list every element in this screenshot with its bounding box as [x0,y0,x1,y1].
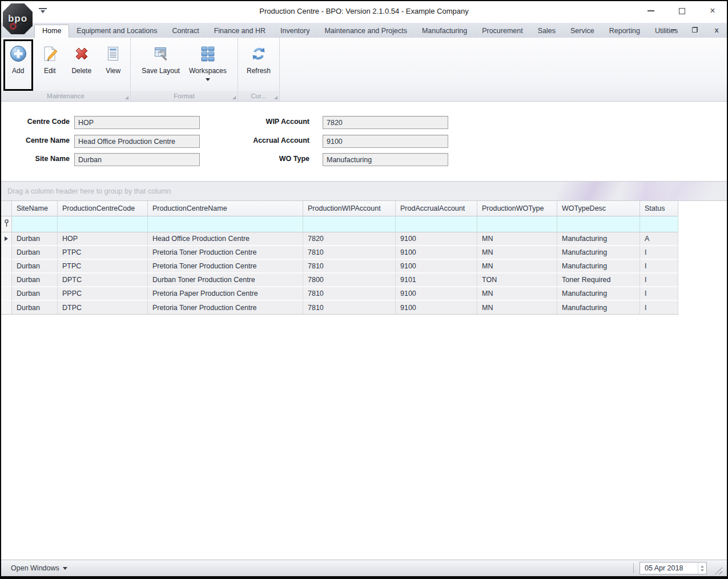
tab-maintenance-and-projects[interactable]: Maintenance and Projects [317,25,415,38]
grid-cell[interactable]: 7820 [303,232,396,246]
grid-cell[interactable]: 9101 [396,274,477,287]
grid-cell[interactable]: 9100 [396,301,477,315]
refresh-button[interactable]: Refresh [243,40,274,89]
view-button[interactable]: View [99,40,128,89]
column-header-productionwotype[interactable]: ProductionWOType [477,201,557,216]
filter-cell[interactable] [58,216,148,232]
column-header-wotypedesc[interactable]: WOTypeDesc [557,201,640,216]
grid-cell[interactable]: HOP [58,232,148,246]
table-row[interactable]: Durban HOP Head Office Production Centre… [1,232,727,246]
tab-procurement[interactable]: Procurement [474,25,530,38]
site-name-field[interactable]: Durban [74,153,200,166]
accrual-account-field[interactable]: 9100 [323,135,448,148]
minimize-icon[interactable] [643,5,658,17]
filter-cell[interactable] [303,216,396,232]
grid-cell[interactable]: 7800 [303,274,396,287]
maximize-icon[interactable] [674,5,689,17]
grid-cell[interactable]: Manufacturing [557,246,640,260]
column-header-sitename[interactable]: SiteName [12,201,58,216]
table-row[interactable]: Durban PPPC Pretoria Paper Production Ce… [1,287,727,301]
grid-cell[interactable]: Durban [12,274,58,287]
grid-cell[interactable]: DTPC [58,301,148,315]
grid-cell[interactable]: Pretoria Toner Production Centre [148,260,303,274]
grid-cell[interactable]: I [640,301,678,315]
grid-cell[interactable]: 7810 [303,246,396,260]
resize-grip[interactable] [715,567,722,574]
grid-cell[interactable]: PPPC [58,287,148,301]
grid-cell[interactable]: 7810 [303,301,396,315]
tab-service[interactable]: Service [563,25,602,38]
grid-cell[interactable]: PTPC [58,260,148,274]
workspaces-button[interactable]: Workspaces [186,40,230,89]
tab-contract[interactable]: Contract [164,25,206,38]
spinner-down-icon[interactable] [701,569,704,572]
grid-cell[interactable]: Pretoria Toner Production Centre [148,301,303,315]
column-header-productioncentrecode[interactable]: ProductionCentreCode [58,201,148,216]
filter-cell[interactable] [477,216,557,232]
grid-cell[interactable]: 9100 [396,246,477,260]
dialog-launcher-icon[interactable] [125,96,128,99]
date-picker[interactable]: 05 Apr 2018 [639,562,707,574]
grid-cell[interactable]: DPTC [58,274,148,287]
tab-finance-and-hr[interactable]: Finance and HR [207,25,273,38]
spinner-up-icon[interactable] [701,565,704,568]
add-button[interactable]: Add [3,39,33,91]
grid-cell[interactable]: 9100 [396,287,477,301]
dialog-launcher-icon[interactable] [274,96,277,99]
grid-cell[interactable]: I [640,287,678,301]
column-header-productioncentrename[interactable]: ProductionCentreName [148,201,303,216]
table-row[interactable]: Durban DTPC Pretoria Toner Production Ce… [1,301,727,315]
grid-cell[interactable]: 9100 [396,260,477,274]
grid-cell[interactable]: MN [477,260,557,274]
filter-cell[interactable] [557,216,640,232]
app-logo-icon[interactable]: bpo [3,3,33,35]
grid-cell[interactable]: Durban [12,246,58,260]
close-icon[interactable]: × [705,5,720,17]
grid-cell[interactable]: MN [477,287,557,301]
table-row[interactable]: Durban PTPC Pretoria Toner Production Ce… [1,246,727,260]
grid-cell[interactable]: TON [477,274,557,287]
dialog-launcher-icon[interactable] [232,96,236,99]
grid-cell[interactable]: PTPC [58,246,148,260]
grid-cell[interactable]: Manufacturing [557,260,640,274]
column-header-prodaccrualaccount[interactable]: ProdAccrualAccount [396,201,477,216]
centre-name-field[interactable]: Head Office Production Centre [74,135,200,148]
grid-cell[interactable]: I [640,246,678,260]
delete-button[interactable]: Delete [67,40,96,89]
date-spinner[interactable] [698,562,706,574]
tab-home[interactable]: Home [34,25,69,38]
filter-cell[interactable] [12,216,58,232]
tab-equipment-and-locations[interactable]: Equipment and Locations [69,25,164,38]
mdi-restore-icon[interactable] [690,25,699,34]
grid-cell[interactable]: Pretoria Toner Production Centre [148,246,303,260]
grid-cell[interactable]: Durban [12,260,58,274]
column-header-productionwipaccount[interactable]: ProductionWIPAccount [303,201,396,216]
wip-account-field[interactable]: 7820 [323,116,448,129]
grid-cell[interactable]: MN [477,301,557,315]
grid-cell[interactable]: 7810 [303,260,396,274]
grid-cell[interactable]: Durban [12,232,58,246]
grid-cell[interactable]: Pretoria Paper Production Centre [148,287,303,301]
grid-cell[interactable]: MN [477,246,557,260]
grid-cell[interactable]: Toner Required [557,274,640,287]
filter-cell[interactable] [396,216,477,232]
tab-reporting[interactable]: Reporting [602,25,647,38]
group-by-panel[interactable]: Drag a column header here to group by th… [1,182,727,201]
tab-sales[interactable]: Sales [530,25,563,38]
tab-inventory[interactable]: Inventory [273,25,317,38]
edit-button[interactable]: Edit [35,40,65,89]
wo-type-field[interactable]: Manufacturing [323,153,448,166]
grid-cell[interactable]: Head Office Production Centre [148,232,303,246]
mdi-close-icon[interactable]: x [712,25,721,34]
tab-manufacturing[interactable]: Manufacturing [415,25,474,38]
grid-cell[interactable]: 9100 [396,232,477,246]
grid-cell[interactable]: A [640,232,678,246]
grid-cell[interactable]: Manufacturing [557,301,640,315]
open-windows-button[interactable]: Open Windows [11,564,67,572]
column-header-status[interactable]: Status [640,201,678,216]
save-layout-button[interactable]: Save Layout [138,40,183,89]
grid-cell[interactable]: I [640,260,678,274]
mdi-minimize-icon[interactable] [669,25,678,34]
filter-cell[interactable] [148,216,303,232]
grid-cell[interactable]: Manufacturing [557,287,640,301]
